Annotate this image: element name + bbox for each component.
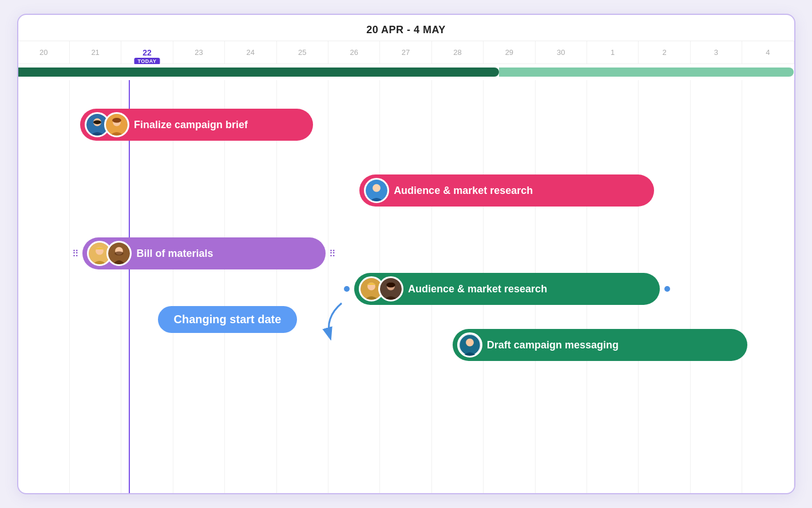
progress-row [18,64,794,80]
avatar-group-1 [85,112,129,137]
tooltip-changing-start-date: Changing start date [158,306,298,333]
date-24: 24 [225,41,276,64]
date-row: 20 21 22 TODAY 23 24 25 26 27 28 29 30 1… [18,41,794,64]
grid-col-24 [225,80,276,494]
date-27: 27 [380,41,431,64]
svg-point-5 [112,118,121,123]
tooltip-label: Changing start date [174,313,282,326]
date-20: 20 [18,41,70,64]
resize-dot-right[interactable] [664,286,670,292]
avatar-man-beard [106,241,132,266]
grid-col-23 [173,80,225,494]
task-finalize-campaign-brief[interactable]: Finalize campaign brief [80,109,313,141]
grid-col-21 [70,80,121,494]
task-audience-research-1[interactable]: Audience & market research [359,174,654,207]
drag-handle-right[interactable]: ⠿ [329,248,336,259]
avatar-man-small [457,332,482,358]
date-range-header: 20 APR - 4 MAY [18,15,794,41]
date-29: 29 [484,41,535,64]
task-label-finalize: Finalize campaign brief [134,119,248,131]
task-audience-research-2-wrapper: Audience & market research [344,273,670,305]
grid-col-20 [18,80,70,494]
task-bill-of-materials[interactable]: Bill of materials [82,237,326,269]
date-28: 28 [432,41,484,64]
task-label-audience-1: Audience & market research [394,185,533,197]
gantt-chart: 20 APR - 4 MAY 20 21 22 TODAY 23 24 25 2… [17,14,795,494]
date-2: 2 [639,41,690,64]
date-25: 25 [277,41,328,64]
progress-bar-light [499,68,794,77]
task-bill-materials-wrapper: ⠿ [72,237,336,269]
avatar-group-4 [359,276,403,301]
date-4: 4 [742,41,794,64]
avatar-woman-2 [104,112,129,137]
date-30: 30 [536,41,587,64]
svg-point-2 [93,120,101,124]
task-label-bill-materials: Bill of materials [136,248,213,260]
grid-area: Finalize campaign brief Audience & marke… [18,80,794,494]
date-23: 23 [173,41,225,64]
progress-bar-dark [18,68,500,77]
task-label-draft-campaign: Draft campaign messaging [487,339,619,351]
date-22-today: 22 TODAY [121,41,173,64]
drag-handle-left[interactable]: ⠿ [72,248,79,259]
task-label-audience-2: Audience & market research [408,283,547,295]
today-line [129,80,130,494]
avatar-man-dark [378,276,403,301]
date-1: 1 [587,41,639,64]
avatar-man-blue [364,178,389,203]
date-21: 21 [70,41,121,64]
svg-point-19 [466,339,474,347]
avatar-group-3 [87,241,132,266]
date-3: 3 [691,41,742,64]
task-audience-research-2[interactable]: Audience & market research [354,273,660,305]
svg-point-17 [386,283,395,288]
grid-col-4 [742,80,794,494]
grid-col-3 [691,80,742,494]
date-26: 26 [328,41,380,64]
tooltip-arrow [313,300,347,340]
avatar-group-5 [457,332,482,358]
svg-point-7 [373,184,381,192]
svg-point-12 [115,252,124,256]
grid-col-25 [277,80,328,494]
task-draft-campaign-messaging[interactable]: Draft campaign messaging [453,329,747,361]
resize-dot-left[interactable] [344,286,350,292]
avatar-group-2 [364,178,389,203]
